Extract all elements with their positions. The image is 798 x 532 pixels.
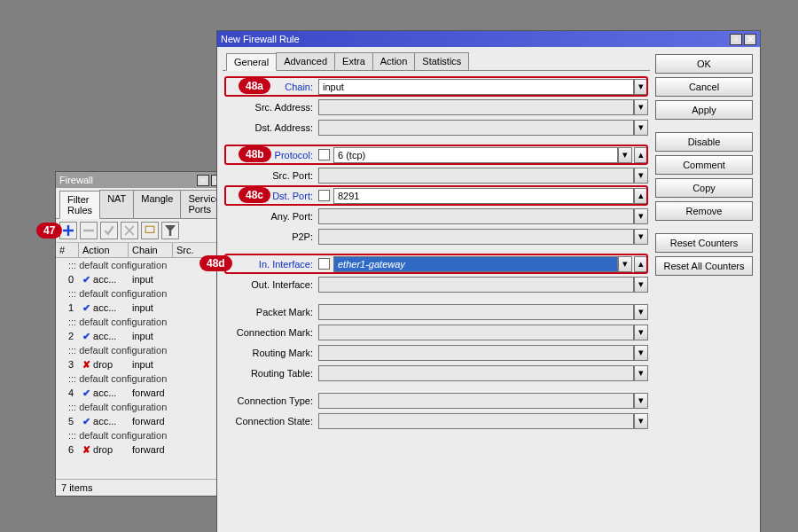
comment-button[interactable] — [141, 222, 159, 239]
accept-icon: ✔ — [82, 302, 90, 313]
table-row[interactable]: 3✘ dropinput — [56, 357, 227, 372]
routing-table-label: Routing Table: — [224, 368, 315, 379]
table-row[interactable]: 6✘ dropforward — [56, 442, 227, 457]
comment-row: ::: default configuration — [56, 286, 227, 301]
routing-table-field[interactable] — [318, 365, 634, 381]
expand-icon[interactable]: ▾ — [634, 208, 648, 224]
dst-port-field[interactable]: 8291 — [333, 188, 634, 204]
expand-icon[interactable]: ▾ — [634, 413, 648, 429]
dst-address-field[interactable] — [318, 120, 634, 136]
table-row[interactable]: 2✔ acc...input — [56, 329, 227, 343]
row-src-port: Src. Port: ▾ — [224, 165, 648, 185]
table-row[interactable]: ::: default configuration — [56, 258, 227, 272]
row-routing-mark: Routing Mark: ▾ — [224, 342, 648, 363]
expand-icon[interactable]: ▾ — [634, 277, 648, 293]
reset-all-counters-button[interactable]: Reset All Counters — [655, 256, 753, 276]
enable-button[interactable] — [100, 222, 118, 239]
tab-advanced[interactable]: Advanced — [276, 52, 335, 70]
table-row[interactable]: ::: default configuration — [56, 315, 227, 329]
remove-button[interactable]: Remove — [655, 201, 753, 221]
apply-button[interactable]: Apply — [655, 100, 753, 120]
col-action[interactable]: Action — [79, 243, 129, 257]
tab-statistics[interactable]: Statistics — [414, 52, 469, 70]
in-interface-dropdown-icon[interactable]: ▾ — [618, 256, 632, 272]
table-row[interactable]: 5✔ acc...forward — [56, 414, 227, 428]
close-icon[interactable]: ✕ — [744, 34, 756, 45]
expand-icon[interactable]: ▾ — [634, 168, 648, 184]
packet-mark-field[interactable] — [318, 304, 634, 320]
in-interface-invert-checkbox[interactable] — [318, 258, 330, 270]
expand-icon[interactable]: ▾ — [634, 99, 648, 115]
connection-type-field[interactable] — [318, 393, 634, 409]
cancel-button[interactable]: Cancel — [655, 77, 753, 97]
expand-icon[interactable]: ▾ — [634, 120, 648, 136]
table-row[interactable]: ::: default configuration — [56, 286, 227, 301]
copy-button[interactable]: Copy — [655, 178, 753, 198]
src-address-field[interactable] — [318, 99, 634, 115]
col-chain[interactable]: Chain — [129, 243, 173, 257]
col-num[interactable]: # — [56, 243, 79, 257]
chain-field[interactable]: input — [318, 79, 634, 95]
any-port-label: Any. Port: — [224, 211, 315, 222]
expand-icon[interactable]: ▾ — [634, 304, 648, 320]
tab-mangle[interactable]: Mangle — [133, 190, 181, 218]
collapse-icon[interactable]: ▴ — [634, 256, 648, 272]
row-dst-port: Dst. Port: 8291▴ — [224, 185, 648, 206]
filter-button[interactable] — [161, 222, 179, 239]
disable-button[interactable] — [121, 222, 138, 239]
table-row[interactable]: 4✔ acc...forward — [56, 386, 227, 400]
protocol-dropdown-icon[interactable]: ▾ — [618, 147, 632, 163]
tab-extra[interactable]: Extra — [334, 52, 373, 70]
remove-button[interactable] — [80, 222, 98, 239]
comment-row: ::: default configuration — [56, 315, 227, 329]
expand-icon[interactable]: ▾ — [634, 393, 648, 409]
comment-button[interactable]: Comment — [655, 155, 753, 175]
routing-mark-field[interactable] — [318, 345, 634, 361]
tab-action[interactable]: Action — [372, 52, 416, 70]
row-protocol: Protocol: 6 (tcp)▾▴ — [224, 145, 648, 165]
table-row[interactable]: ::: default configuration — [56, 400, 227, 414]
table-row[interactable]: 0✔ acc...input — [56, 272, 227, 286]
out-interface-field[interactable] — [318, 277, 634, 293]
connection-state-field[interactable] — [318, 413, 634, 429]
dialog-tabs: General Advanced Extra Action Statistics — [223, 51, 650, 71]
row-dst-address: Dst. Address: ▾ — [224, 117, 648, 137]
table-row[interactable]: ::: default configuration — [56, 428, 227, 442]
dialog-titlebar: New Firewall Rule ▫ ✕ — [217, 31, 760, 47]
dst-port-invert-checkbox[interactable] — [318, 190, 330, 201]
comment-row: ::: default configuration — [56, 258, 227, 272]
collapse-icon[interactable]: ▴ — [634, 147, 648, 163]
row-p2p: P2P: ▾ — [224, 226, 648, 246]
dst-address-label: Dst. Address: — [224, 122, 315, 133]
protocol-invert-checkbox[interactable] — [318, 149, 330, 160]
expand-icon[interactable]: ▾ — [634, 325, 648, 340]
table-row[interactable]: ::: default configuration — [56, 343, 227, 357]
reset-counters-button[interactable]: Reset Counters — [655, 233, 753, 253]
row-connection-mark: Connection Mark: ▾ — [224, 322, 648, 342]
tab-nat[interactable]: NAT — [99, 190, 134, 218]
comment-row: ::: default configuration — [56, 372, 227, 386]
table-row[interactable]: ::: default configuration — [56, 372, 227, 386]
expand-icon[interactable]: ▾ — [634, 229, 648, 245]
expand-icon[interactable]: ▾ — [634, 345, 648, 361]
any-port-field[interactable] — [318, 208, 634, 224]
table-row[interactable]: 1✔ acc...input — [56, 301, 227, 315]
protocol-field[interactable]: 6 (tcp) — [333, 147, 618, 163]
disable-button[interactable]: Disable — [655, 132, 753, 152]
ok-button[interactable]: OK — [655, 54, 753, 74]
tab-filter-rules[interactable]: Filter Rules — [59, 191, 100, 219]
in-interface-field[interactable]: ether1-gateway — [333, 256, 618, 272]
src-port-field[interactable] — [318, 168, 634, 184]
tab-general[interactable]: General — [226, 53, 277, 71]
add-button[interactable] — [59, 222, 77, 239]
in-interface-label: In. Interface: — [224, 259, 315, 270]
restore-icon[interactable]: ▫ — [197, 175, 209, 186]
connection-mark-field[interactable] — [318, 325, 634, 340]
chain-dropdown-icon[interactable]: ▾ — [634, 79, 648, 95]
expand-icon[interactable]: ▾ — [634, 365, 648, 381]
collapse-icon[interactable]: ▴ — [634, 188, 648, 204]
restore-icon[interactable]: ▫ — [730, 34, 742, 45]
p2p-field[interactable] — [318, 229, 634, 245]
connection-type-label: Connection Type: — [224, 395, 315, 406]
src-address-label: Src. Address: — [224, 102, 315, 113]
